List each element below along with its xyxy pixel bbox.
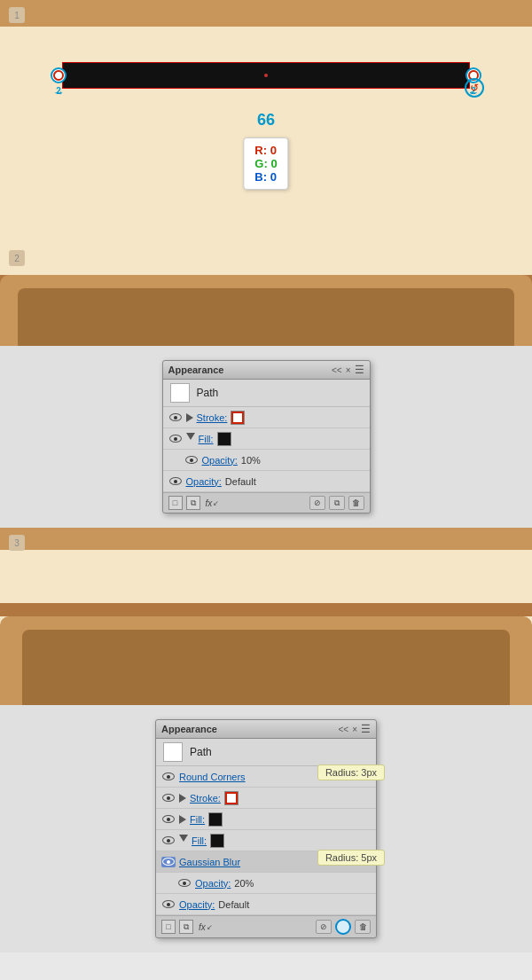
panel2-stroke-swatch[interactable] (224, 791, 239, 805)
section3-number: 3 (9, 535, 25, 551)
panel2-path-label: Path (190, 746, 212, 758)
eye-pupil4 (174, 480, 177, 483)
panel1-stroke-expand[interactable] (186, 413, 193, 422)
duplicate-btn[interactable]: ⧉ (186, 496, 200, 510)
panel2-gaussian-label[interactable]: Gaussian Blur (179, 857, 240, 867)
panel1-opacity2-eye[interactable] (168, 476, 183, 487)
panel2-stroke-eye[interactable] (161, 793, 176, 804)
panel2-fill2-eye[interactable] (161, 835, 176, 846)
panel2-gaussian-eye[interactable] (161, 857, 176, 867)
panel1-close[interactable]: × (346, 365, 351, 375)
delete-btn[interactable]: 🗑 (348, 496, 364, 510)
undo-arrow[interactable]: ↺ (465, 78, 484, 98)
panel2-stroke-expand[interactable] (179, 794, 186, 803)
panel1-opacity1-eye[interactable] (184, 455, 199, 466)
panel2-opacity2-eye[interactable] (161, 899, 176, 910)
panel2-round-corners-row: Round Corners Radius: 3px (156, 766, 376, 788)
eye-pupil6 (167, 796, 170, 800)
panel2-titlebar: Appearance << × ☰ (156, 720, 376, 739)
panel1-collapse[interactable]: << (332, 365, 342, 375)
panel2-close[interactable]: × (352, 725, 357, 734)
panel2-fill1-expand[interactable] (179, 815, 186, 824)
panel2-path-row: Path (156, 739, 376, 766)
eye-shape4 (169, 477, 182, 485)
panel1-wrapper: Appearance << × ☰ Path Stroke: (0, 346, 532, 528)
new-layer-btn[interactable]: □ (168, 496, 183, 510)
panel2-fx-label: fx (199, 922, 206, 932)
tray3-band (0, 603, 532, 616)
label-66: 66 (257, 111, 275, 129)
arrow-left-icon: → (52, 85, 65, 99)
section3-top-stripe (0, 528, 532, 550)
eye-pupil11 (167, 903, 170, 906)
panel1-controls[interactable]: << × ☰ (332, 364, 364, 376)
panel2-no-btn[interactable]: ⊘ (316, 920, 332, 934)
panel2-controls[interactable]: << × ☰ (338, 723, 371, 735)
rgb-b: B: 0 (254, 170, 277, 184)
panel2-path-thumbnail (163, 742, 183, 762)
panel1-fill-expand[interactable] (186, 433, 195, 444)
eye-pupil5 (167, 775, 170, 779)
rgb-r: R: 0 (254, 144, 277, 157)
panel2-stroke-label[interactable]: Stroke: (190, 793, 221, 804)
anchor-left: 2 → (51, 67, 66, 83)
panel2-delete-btn[interactable]: 🗑 (355, 920, 371, 934)
panel1-opacity1-label: Opacity: (202, 455, 238, 466)
eye-shape2 (169, 435, 182, 443)
fx-sub: ↙ (213, 499, 219, 507)
panel2-fx-btn[interactable]: fx ↙ (199, 922, 213, 932)
panel2-duplicate-btn[interactable]: ⧉ (179, 920, 193, 934)
panel2-circle-btn[interactable] (335, 919, 351, 935)
path-dot (264, 74, 268, 77)
panel2-opacity1-value: 20% (234, 878, 254, 889)
panel2-fill2-expand[interactable] (179, 835, 188, 846)
panel2-fill1-label[interactable]: Fill: (190, 814, 205, 825)
panel2-opacity1-eye[interactable] (177, 878, 192, 889)
panel2-fill1-row: Fill: (156, 809, 376, 830)
eye-shape10 (178, 879, 191, 887)
panel2-opacity1-row: Opacity: 20% (156, 873, 376, 894)
rgb-box: R: 0 G: 0 B: 0 (243, 137, 288, 190)
panel1-stroke-swatch[interactable] (231, 411, 245, 425)
panel2-stroke-row: Stroke: (156, 788, 376, 809)
eye-pupil8 (167, 839, 170, 843)
eye-pupil2 (174, 437, 177, 441)
panel1-menu-icon[interactable]: ☰ (355, 364, 364, 376)
eye-shape8 (162, 836, 175, 844)
fx-label: fx (206, 498, 213, 508)
copy-btn[interactable]: ⧉ (329, 496, 345, 510)
panel2-round-corners-eye[interactable] (161, 772, 176, 782)
eye-pupil10 (183, 882, 186, 885)
panel2-new-layer-btn[interactable]: □ (161, 920, 176, 934)
panel2-round-corners-label[interactable]: Round Corners (179, 772, 246, 782)
eye-shape9 (162, 858, 175, 866)
anchor-icon-left (51, 67, 66, 83)
panel1-titlebar: Appearance << × ☰ (163, 361, 370, 380)
section1: 1 2 → 2 ← ↺ 66 R: 0 G: 0 (0, 0, 532, 346)
panel1-path-row: Path (163, 380, 370, 407)
eye-pupil (174, 416, 177, 419)
panel1-fill-label[interactable]: Fill: (199, 434, 214, 444)
panel1-title: Appearance (168, 365, 224, 375)
panel2-opacity2-row: Opacity: Default (156, 894, 376, 915)
tray1-outer (0, 275, 532, 346)
panel2-fill2-label[interactable]: Fill: (192, 835, 207, 846)
panel2-opacity2-value: Default (218, 899, 249, 910)
panel2-fill1-eye[interactable] (161, 814, 176, 825)
tray3-inner (22, 630, 510, 705)
fx-btn[interactable]: fx ↙ (206, 498, 220, 508)
panel1-fill-swatch[interactable] (217, 432, 231, 446)
panel2-fill2-swatch[interactable] (210, 834, 224, 848)
no-btn[interactable]: ⊘ (309, 496, 325, 510)
panel1-stroke-label[interactable]: Stroke: (197, 412, 228, 423)
panel2-fill1-swatch[interactable] (208, 812, 223, 827)
gaussian-blur-tooltip: Radius: 5px (317, 850, 385, 866)
panel2-gaussian-row: Gaussian Blur Radius: 5px (156, 851, 376, 873)
panel2-menu-icon[interactable]: ☰ (361, 723, 371, 735)
panel1-stroke-eye[interactable] (168, 412, 183, 423)
panel1-opacity1-row: Opacity: 10% (163, 450, 370, 471)
panel1-stroke-row: Stroke: (163, 407, 370, 428)
panel1-fill-eye[interactable] (168, 434, 183, 444)
panel2-collapse[interactable]: << (338, 725, 348, 734)
eye-pupil7 (167, 818, 170, 821)
